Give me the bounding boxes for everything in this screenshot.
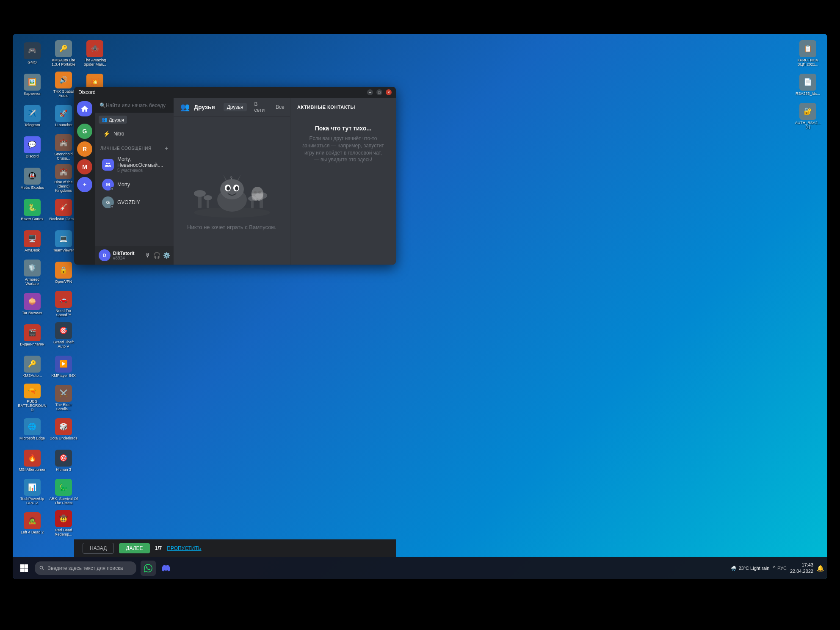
desktop-icon-authrsa[interactable]: 🔐 AUTH_RSA2...(1) — [793, 101, 823, 131]
user-bar-avatar: D — [99, 249, 111, 261]
desktop-icon-kmsauto[interactable]: 🔑 KMSAuto... — [17, 351, 47, 382]
desktop-icon-ark[interactable]: 🦕 ARK: Survival Of The Fittest — [48, 477, 79, 507]
user-bar-tag: #8924 — [113, 256, 142, 260]
dm-group-name: Morty, НевыносОсимый.... — [117, 156, 167, 168]
tutorial-back-button[interactable]: НАЗАД — [83, 543, 114, 554]
dm-group-sub: 5 участников — [117, 168, 167, 173]
tray-lang: РУС — [777, 566, 787, 571]
desktop-icon-anydesk[interactable]: 🖥️ AnyDesk — [17, 226, 47, 257]
desktop-icon-metro[interactable]: 🚇 Metro Exodus — [17, 163, 47, 194]
window-minimize[interactable]: ─ — [367, 89, 373, 95]
deafen-icon[interactable]: 🎧 — [153, 252, 160, 259]
desktop-icon-kaptinka[interactable]: 🖼️ Картинка — [17, 69, 47, 100]
start-button[interactable] — [16, 560, 32, 576]
taskbar: Введите здесь текст для поиска 🌧️ 23°C L… — [13, 557, 827, 579]
friends-topbar-icon: 👥 — [180, 102, 190, 112]
desktop-icon-spider[interactable]: 🕷️ The Amazing Spider Man... — [80, 38, 110, 69]
svg-point-17 — [258, 191, 261, 193]
nitro-item[interactable]: ⚡ Nitro — [95, 126, 174, 141]
settings-icon[interactable]: ⚙️ — [163, 252, 170, 259]
svg-point-2 — [194, 190, 206, 197]
tutorial-skip-button[interactable]: ПРОПУСТИТЬ — [167, 545, 201, 551]
desktop-icon-rsa1[interactable]: 📄 RSA256_fdc... — [793, 69, 823, 100]
notifications-icon[interactable]: 🔔 — [817, 565, 824, 572]
server-icon-2[interactable]: R — [77, 141, 92, 157]
desktop-icon-gta5[interactable]: 🎯 Grand Theft Auto V — [48, 320, 79, 351]
taskbar-app-discord[interactable] — [158, 561, 174, 576]
user-bar-info: DikTatorit #8924 — [113, 251, 142, 260]
discord-home-icon[interactable] — [77, 101, 92, 116]
dm-gvozdiy-name: GVOZDIY — [117, 199, 140, 205]
desktop-icon-msi[interactable]: 🔥 MSI Afterburner — [17, 445, 47, 476]
discord-body: G R M + 🔍 Найти или начать беседу 👥 — [74, 98, 396, 265]
dm-item-group[interactable]: Morty, НевыносОсимый.... 5 участников — [98, 154, 171, 175]
desktop-icon-elder[interactable]: ⚔️ The Elder Scrolls... — [48, 383, 79, 413]
desktop-icon-armored[interactable]: 🛡️ Armored Warfare — [17, 257, 47, 288]
desktop-icon-techpowerup[interactable]: 📊 TechPowerUp GPU-Z — [17, 477, 47, 507]
nav-tab-friends[interactable]: Друзья — [224, 103, 247, 111]
desktop: 🎮 GMO 🖼️ Картинка ✈️ Telegram 💬 Discord … — [13, 34, 827, 579]
desktop-icon-hitman[interactable]: 🎯 Hitman 3 — [48, 445, 79, 476]
desktop-icon-telegram[interactable]: ✈️ Telegram — [17, 101, 47, 131]
mute-icon[interactable]: 🎙 — [145, 252, 151, 259]
desktop-icon-msiedge[interactable]: 🌐 Microsoft Edge — [17, 414, 47, 445]
weather-icon: 🌧️ — [731, 566, 737, 571]
desktop-icon-kmsauto-lite[interactable]: 🔑 KMSAuto Lite 1.3.4 Portable — [48, 38, 79, 69]
tutorial-progress: 1/7 — [155, 545, 162, 551]
user-bar-name: DikTatorit — [113, 251, 142, 256]
discord-main-content: 👥 Друзья Друзья В сети Все Ожидание Забл… — [174, 98, 290, 265]
svg-text:?: ? — [230, 176, 232, 181]
svg-point-10 — [220, 179, 244, 199]
desktop-icon-kmplayer[interactable]: ▶️ KMPlayer 64X — [48, 351, 79, 382]
weather-text: 23°C Light rain — [738, 566, 769, 571]
dm-item-gvozdiy[interactable]: G GVOZDIY — [98, 194, 171, 211]
desktop-icon-nfs[interactable]: 🚗 Need For Speed™ — [48, 289, 79, 319]
window-close[interactable]: ✕ — [386, 89, 392, 95]
desktop-icon-discord-app[interactable]: 💬 Discord — [17, 132, 47, 163]
server-icon-4[interactable]: + — [77, 177, 92, 192]
tutorial-next-button[interactable]: ДАЛЕЕ — [119, 543, 149, 553]
server-icon-3[interactable]: M — [77, 159, 92, 174]
desktop-icon-tor[interactable]: 🧅 Tor Browser — [17, 289, 47, 319]
desktop-icon-dota[interactable]: 🎲 Dota Underlords — [48, 414, 79, 445]
svg-point-16 — [254, 191, 257, 193]
dm-avatar-group — [102, 159, 114, 171]
taskbar-date: 22.04.2022 — [790, 568, 813, 575]
dm-avatar-morty: M — [102, 179, 114, 191]
search-placeholder: Найти или начать беседу — [106, 102, 166, 108]
dm-add-button[interactable]: + — [165, 145, 169, 152]
nav-tab-all[interactable]: Все — [272, 103, 288, 111]
desktop-icon-reddead[interactable]: 🤠 Red Dead Redemp... — [48, 508, 79, 539]
desktop-icon-pubg[interactable]: 🔫 PUBG BATTLEGROUND — [17, 383, 47, 413]
dm-item-morty[interactable]: M Morty — [98, 176, 171, 193]
discord-search-bar[interactable]: 🔍 Найти или начать беседу — [95, 98, 174, 113]
desktop-icon-video[interactable]: 🎬 Видео-плагин — [17, 320, 47, 351]
discord-window: Discord ─ □ ✕ G R M + — [74, 87, 396, 265]
taskbar-app-whatsapp[interactable] — [141, 561, 156, 576]
tab-friends[interactable]: 👥 Друзья — [99, 116, 127, 124]
tray-network-icon: ^ — [773, 565, 776, 572]
discord-titlebar: Discord ─ □ ✕ — [74, 87, 396, 98]
dm-morty-name: Morty — [117, 182, 130, 188]
wumpus-illustration: ? — [185, 151, 279, 219]
server-icon-1[interactable]: G — [77, 124, 92, 139]
search-icon: 🔍 — [99, 102, 106, 108]
nitro-icon: ⚡ — [103, 130, 110, 137]
tutorial-bar: НАЗАД ДАЛЕЕ 1/7 ПРОПУСТИТЬ — [74, 539, 396, 557]
desktop-icon-left4dead[interactable]: 🧟 Left 4 Dead 2 — [17, 508, 47, 539]
active-empty-desc: Если ваш друг начнёт что-то заниматься —… — [301, 135, 385, 163]
window-maximize[interactable]: □ — [376, 89, 382, 95]
desktop-icon-gmo[interactable]: 🎮 GMO — [17, 38, 47, 69]
discord-server-list: G R M + — [74, 98, 95, 265]
desktop-icon-kristina[interactable]: 📋 КРИСТИНА ЭЦП 2021... — [793, 38, 823, 69]
wumpus-empty-text: Никто не хочет играть с Вампусом. — [187, 224, 276, 230]
active-contacts-title: Активные контакты — [297, 105, 389, 110]
discord-active-contacts: Активные контакты Пока что тут тихо... Е… — [290, 98, 396, 265]
svg-point-13 — [227, 186, 230, 191]
desktop-icon-razer[interactable]: 🐍 Razer Cortex — [17, 195, 47, 225]
nav-tab-online[interactable]: В сети — [251, 100, 268, 114]
taskbar-search[interactable]: Введите здесь текст для поиска — [35, 561, 136, 575]
window-controls: ─ □ ✕ — [367, 89, 392, 95]
dm-group-info: Morty, НевыносОсимый.... 5 участников — [117, 156, 167, 173]
friends-icon-small: 👥 — [102, 117, 108, 122]
